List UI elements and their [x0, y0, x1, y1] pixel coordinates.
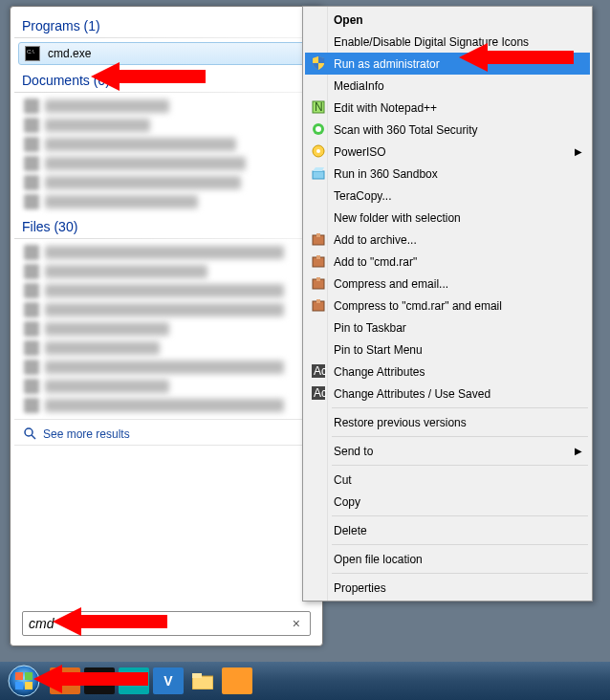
taskbar-app-icon[interactable]: [84, 667, 115, 694]
svg-rect-28: [192, 673, 202, 678]
cm-compress-email[interactable]: Compress and email...: [305, 273, 590, 295]
attributes-icon: Ac: [311, 385, 326, 401]
svg-rect-27: [192, 676, 213, 689]
context-menu: Open Enable/Disable Digital Signature Ic…: [302, 6, 593, 602]
search-input[interactable]: [29, 616, 289, 631]
file-result-blurred[interactable]: [24, 321, 309, 337]
windows-orb-icon: [7, 664, 41, 698]
submenu-arrow-icon: ▶: [575, 146, 582, 157]
svg-rect-15: [316, 277, 320, 281]
cm-pin-taskbar[interactable]: Pin to Taskbar: [305, 317, 590, 339]
see-more-label: See more results: [43, 427, 130, 441]
start-button[interactable]: [2, 663, 46, 699]
context-menu-separator: [332, 573, 588, 574]
file-result-blurred[interactable]: [24, 360, 309, 375]
winrar-icon: [311, 253, 326, 269]
winrar-icon: [311, 275, 326, 291]
taskbar-app-icon[interactable]: [119, 667, 149, 694]
sandbox-icon: [311, 165, 326, 181]
cm-delete[interactable]: Delete: [305, 519, 590, 541]
program-result-cmd[interactable]: cmd.exe: [18, 42, 315, 65]
svg-rect-23: [15, 672, 23, 680]
files-header: Files (30): [14, 211, 318, 236]
svg-text:Ac: Ac: [314, 386, 326, 400]
svg-line-1: [32, 435, 35, 439]
cm-teracopy[interactable]: TeraCopy...: [305, 185, 590, 207]
file-result-blurred[interactable]: [24, 379, 309, 394]
document-result-blurred[interactable]: [24, 194, 309, 209]
attributes-icon: Ac: [311, 363, 326, 379]
file-result-blurred[interactable]: [24, 302, 309, 317]
context-menu-separator: [332, 407, 588, 408]
cm-new-folder-selection[interactable]: New folder with selection: [305, 207, 590, 229]
svg-point-5: [316, 126, 321, 132]
taskbar-app-icon[interactable]: V: [153, 667, 184, 694]
cm-add-to-cmd-rar[interactable]: Add to "cmd.rar": [305, 251, 590, 273]
cm-scan-360[interactable]: Scan with 360 Total Security: [305, 119, 590, 141]
svg-point-22: [9, 666, 39, 696]
cm-change-attributes[interactable]: Ac Change Attributes: [305, 361, 590, 383]
file-result-blurred[interactable]: [24, 283, 309, 298]
svg-rect-13: [316, 255, 320, 259]
cm-compress-cmd-email[interactable]: Compress to "cmd.rar" and email: [305, 295, 590, 317]
svg-rect-25: [15, 682, 23, 689]
cm-edit-notepadpp[interactable]: N Edit with Notepad++: [305, 97, 590, 119]
document-result-blurred[interactable]: [24, 137, 309, 152]
documents-header: Documents (6): [14, 65, 318, 90]
file-result-blurred[interactable]: [24, 398, 309, 413]
svg-point-7: [316, 149, 320, 153]
cm-add-to-archive[interactable]: Add to archive...: [305, 229, 590, 251]
clear-search-icon[interactable]: ×: [289, 616, 304, 631]
svg-text:N: N: [315, 100, 323, 114]
svg-point-0: [25, 428, 33, 436]
search-box-wrap: ×: [14, 602, 318, 642]
poweriso-icon: [311, 143, 326, 159]
file-result-blurred[interactable]: [24, 245, 309, 260]
divider: [14, 37, 318, 38]
programs-header: Programs (1): [14, 11, 318, 35]
cm-cut[interactable]: Cut: [305, 469, 590, 491]
cm-restore-previous-versions[interactable]: Restore previous versions: [305, 411, 590, 433]
scan-360-icon: [311, 121, 326, 137]
taskbar: V: [0, 662, 610, 700]
cm-run-360-sandbox[interactable]: Run in 360 Sandbox: [305, 163, 590, 185]
file-result-blurred[interactable]: [24, 340, 309, 356]
cm-copy[interactable]: Copy: [305, 491, 590, 513]
cm-send-to[interactable]: Send to▶: [305, 440, 590, 462]
notepadpp-icon: N: [311, 99, 326, 115]
cm-open-file-location[interactable]: Open file location: [305, 548, 590, 570]
search-box[interactable]: ×: [22, 611, 311, 636]
see-more-results[interactable]: See more results: [14, 419, 318, 446]
document-result-blurred[interactable]: [24, 175, 309, 190]
document-result-blurred[interactable]: [24, 156, 309, 171]
shield-icon: [311, 55, 326, 71]
cm-change-attributes-saved[interactable]: Ac Change Attributes / Use Saved: [305, 383, 590, 405]
cm-open[interactable]: Open: [305, 9, 590, 31]
svg-rect-11: [316, 233, 320, 237]
document-result-blurred[interactable]: [24, 98, 309, 114]
context-menu-separator: [332, 436, 588, 437]
cm-enable-disable-signature-icons[interactable]: Enable/Disable Digital Signature Icons: [305, 31, 590, 53]
cm-mediainfo[interactable]: MediaInfo: [305, 75, 590, 97]
svg-marker-9: [313, 167, 324, 171]
context-menu-separator: [332, 544, 588, 545]
cm-pin-startmenu[interactable]: Pin to Start Menu: [305, 339, 590, 361]
program-label: cmd.exe: [48, 47, 91, 60]
magnifier-icon: [24, 427, 37, 441]
svg-rect-24: [25, 672, 33, 680]
start-menu-panel: Programs (1) cmd.exe Documents (6) Files…: [10, 6, 323, 646]
cm-run-as-administrator[interactable]: Run as administrator: [305, 53, 590, 75]
document-result-blurred[interactable]: [24, 118, 309, 133]
svg-text:Ac: Ac: [314, 364, 326, 378]
cm-properties[interactable]: Properties: [305, 577, 590, 599]
taskbar-app-icon[interactable]: [222, 667, 252, 694]
cm-poweriso[interactable]: PowerISO ▶: [305, 141, 590, 163]
file-result-blurred[interactable]: [24, 264, 309, 279]
divider: [14, 238, 318, 239]
winrar-icon: [311, 297, 326, 313]
divider: [14, 92, 318, 93]
winrar-icon: [311, 231, 326, 247]
taskbar-app-icon[interactable]: [50, 667, 80, 694]
taskbar-explorer-icon[interactable]: [187, 667, 218, 694]
svg-rect-17: [316, 299, 320, 303]
